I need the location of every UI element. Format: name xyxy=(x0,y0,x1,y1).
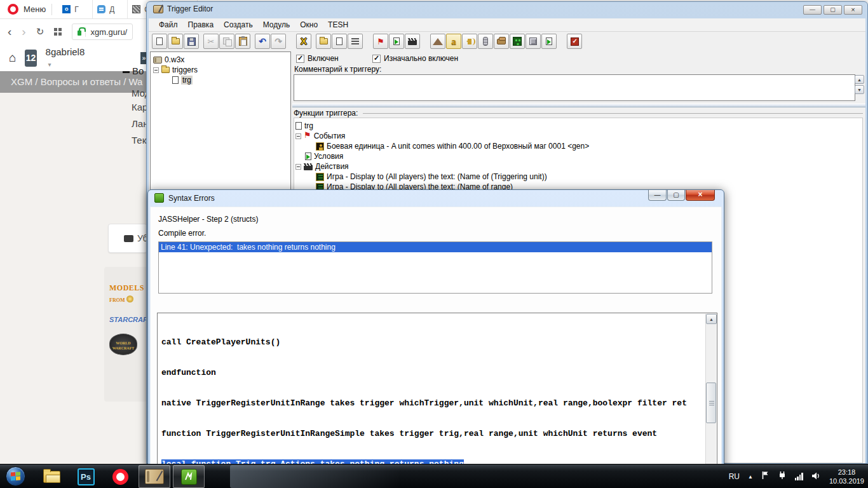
home-icon[interactable]: ⌂ xyxy=(9,51,16,65)
taskbar-explorer-button[interactable] xyxy=(36,465,67,488)
scroll-up-button[interactable]: ▲ xyxy=(855,75,864,84)
tree-item-conditions[interactable]: Условия xyxy=(295,151,862,161)
language-indicator[interactable]: RU xyxy=(729,472,740,481)
scrollbar-thumb[interactable] xyxy=(706,383,716,423)
browser-tab-1[interactable]: o Г xyxy=(58,0,93,19)
open-button[interactable] xyxy=(168,34,183,49)
forward-button[interactable]: › xyxy=(22,25,25,39)
redo-button[interactable] xyxy=(271,34,286,49)
code-viewer[interactable]: call CreatePlayerUnits() endfunction nat… xyxy=(157,313,717,485)
splitter-handle[interactable] xyxy=(292,104,865,107)
site-badge[interactable]: 12 xyxy=(25,50,36,67)
trigger-comment-button[interactable] xyxy=(348,34,363,49)
cut-button[interactable] xyxy=(203,34,219,49)
speed-dial-icon[interactable] xyxy=(54,28,62,36)
action-center-flag-icon[interactable] xyxy=(761,471,770,482)
starcraft-logo[interactable]: STARCRAFT xyxy=(109,316,147,323)
syntax-errors-body: JASSHelper - Step 2 (structs) Compile er… xyxy=(150,207,722,487)
collapse-icon[interactable] xyxy=(295,133,301,139)
collapse-icon[interactable] xyxy=(295,164,301,170)
start-button[interactable] xyxy=(6,466,25,486)
window-title: Trigger Editor xyxy=(167,4,213,13)
collapse-icon[interactable] xyxy=(153,67,159,73)
scroll-down-button[interactable]: ▼ xyxy=(855,85,864,94)
import-manager-button[interactable] xyxy=(541,34,557,49)
unit-editor-button[interactable] xyxy=(478,34,493,49)
opera-logo-icon xyxy=(8,4,18,15)
variable-editor-button[interactable] xyxy=(446,34,461,49)
taskbar-jasshelper-button[interactable] xyxy=(173,465,205,488)
save-button[interactable] xyxy=(184,34,199,49)
folder-icon xyxy=(161,67,170,73)
menu-edit[interactable]: Правка xyxy=(183,20,219,29)
scroll-up-button[interactable]: ▲ xyxy=(706,314,717,324)
wow-logo-icon xyxy=(126,295,133,302)
close-button[interactable]: × xyxy=(686,190,715,201)
taskbar-world-editor-button[interactable] xyxy=(139,465,170,488)
new-trigger-button[interactable] xyxy=(332,34,347,49)
new-event-button[interactable] xyxy=(373,34,388,49)
world-editor-scroll-icon xyxy=(145,469,164,484)
opera-menu-button[interactable]: Меню xyxy=(0,4,46,15)
menu-file[interactable]: Файл xyxy=(154,20,183,29)
undo-button[interactable] xyxy=(255,34,270,49)
tree-item-trg[interactable]: trg xyxy=(153,75,290,85)
menu-window[interactable]: Окно xyxy=(295,20,323,29)
status-text: Compile error. xyxy=(158,229,206,238)
new-document-button[interactable] xyxy=(152,34,167,49)
menu-module[interactable]: Модуль xyxy=(258,20,295,29)
tree-item-trigger-root[interactable]: trg xyxy=(295,121,862,131)
menu-tesh[interactable]: TESH xyxy=(323,20,353,29)
user-menu[interactable]: 8gabriel8 ▾ xyxy=(46,46,85,69)
terrain-mountain-icon xyxy=(433,33,443,45)
tree-item-events[interactable]: События xyxy=(295,131,862,141)
models-logo[interactable]: MODELS FROM xyxy=(109,283,147,304)
taskbar-opera-button[interactable] xyxy=(104,465,136,488)
new-condition-button[interactable] xyxy=(389,34,404,49)
trigger-editor-button[interactable] xyxy=(510,34,525,49)
script-check-button[interactable] xyxy=(567,34,582,49)
reload-button[interactable]: ↻ xyxy=(36,26,44,37)
new-action-button[interactable] xyxy=(405,34,420,49)
tree-item-triggers[interactable]: triggers xyxy=(153,65,290,75)
tree-item-map[interactable]: 0.w3x xyxy=(153,55,290,65)
browser-tab-2[interactable]: Д xyxy=(93,0,128,19)
hidden-icons-arrow[interactable]: ▲ xyxy=(748,474,753,480)
initially-on-checkbox[interactable]: Изначально включен xyxy=(372,54,458,63)
sound-editor-button[interactable] xyxy=(462,34,477,49)
delete-button[interactable] xyxy=(296,34,311,49)
minimize-button[interactable]: — xyxy=(648,190,667,201)
tree-item-actions[interactable]: Действия xyxy=(295,161,862,172)
comment-card[interactable]: Уб xyxy=(108,224,147,253)
network-signal-icon[interactable] xyxy=(795,473,803,480)
copy-button[interactable] xyxy=(219,34,234,49)
comment-input[interactable] xyxy=(294,74,855,101)
maximize-button[interactable]: ▢ xyxy=(824,5,842,15)
step-text: JASSHelper - Step 2 (structs) xyxy=(158,215,258,224)
game-action-icon xyxy=(316,173,324,181)
minimize-button[interactable]: — xyxy=(803,5,822,15)
vertical-scrollbar[interactable]: ▲ xyxy=(705,314,716,484)
paste-button[interactable] xyxy=(235,34,250,49)
doodad-editor-button[interactable] xyxy=(494,34,509,49)
variable-a-icon xyxy=(451,36,456,47)
error-row-selected[interactable]: Line 41: Unexpected: takes nothing retur… xyxy=(159,242,712,252)
close-button[interactable]: × xyxy=(844,5,862,15)
warcraft-logo[interactable]: WORLD WARCRAFT xyxy=(109,334,137,355)
back-button[interactable]: ‹ xyxy=(8,25,11,39)
new-category-button[interactable] xyxy=(316,34,331,49)
terrain-editor-button[interactable] xyxy=(430,34,445,49)
maximize-button[interactable]: ▢ xyxy=(667,190,685,201)
enabled-checkbox[interactable]: Включен xyxy=(296,54,339,63)
object-editor-button[interactable] xyxy=(526,34,541,49)
taskbar-photoshop-button[interactable]: Ps xyxy=(70,465,102,488)
tree-item-event-1[interactable]: Боевая единица - A unit comes within 400… xyxy=(295,141,862,151)
address-bar[interactable]: xgm.guru/ xyxy=(72,24,133,40)
volume-icon[interactable] xyxy=(811,471,821,482)
clock[interactable]: 23:18 10.03.2019 xyxy=(829,468,864,485)
menu-create[interactable]: Создать xyxy=(219,20,258,29)
tree-item-action-1[interactable]: Игра - Display to (All players) the text… xyxy=(295,172,862,182)
power-plug-icon[interactable] xyxy=(778,471,787,482)
comment-label: Комментарий к триггеру: xyxy=(294,65,381,74)
comment-lines-icon xyxy=(351,38,359,44)
